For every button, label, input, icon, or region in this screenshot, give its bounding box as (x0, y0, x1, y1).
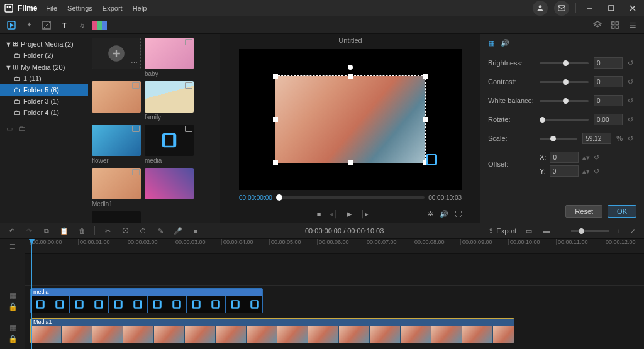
ok-button[interactable]: OK (608, 205, 636, 218)
track-1-header[interactable]: ▦🔒 (0, 285, 25, 318)
preview-canvas[interactable] (239, 49, 462, 190)
video-track-2[interactable]: Media1 (25, 316, 644, 346)
track-2-header[interactable]: ▦🔒 (0, 318, 25, 350)
handle-bm[interactable] (348, 160, 353, 165)
settings-icon[interactable]: ✲ (428, 210, 433, 218)
folder-add-icon[interactable]: 🗀 (19, 125, 26, 133)
tree-project-media[interactable]: ▼⊞ Project Media (2) (0, 38, 88, 50)
zoom-in[interactable]: + (616, 227, 620, 235)
prev-frame-button[interactable]: ◂│ (330, 210, 338, 218)
tab-transitions[interactable] (40, 19, 53, 31)
offset-y-value[interactable]: 0 (550, 165, 579, 177)
tree-folder5[interactable]: 🗀 Folder 5 (8) (0, 84, 88, 96)
offset-y-reset[interactable]: ↺ (594, 167, 602, 175)
minimize-button[interactable] (582, 1, 597, 16)
view-mode-1[interactable]: ▭ (524, 226, 534, 236)
timeline-clip-media[interactable]: media (30, 288, 263, 313)
media-thumb-baby[interactable]: baby (145, 38, 194, 77)
scale-value[interactable]: 59.12 (582, 133, 611, 144)
media-thumb-flower[interactable]: flower (92, 125, 141, 164)
undo-button[interactable]: ↶ (6, 226, 16, 236)
menu-settings[interactable]: Settings (67, 4, 92, 12)
tab-audio[interactable]: ♫ (75, 19, 88, 31)
tab-color[interactable] (93, 19, 106, 31)
handle-tr[interactable] (423, 74, 428, 79)
wb-slider[interactable] (540, 100, 589, 102)
paste-button[interactable]: 📋 (59, 226, 69, 236)
seek-thumb[interactable] (276, 194, 282, 201)
mail-icon[interactable] (554, 1, 569, 16)
speed-button[interactable]: ⏱ (138, 226, 148, 236)
handle-tl[interactable] (273, 74, 278, 79)
brightness-value[interactable]: 0 (594, 57, 623, 69)
view-mode-2[interactable]: ▬ (541, 226, 552, 236)
card-icon[interactable]: ▭ (6, 125, 13, 133)
scale-reset[interactable]: ↺ (628, 135, 636, 143)
contrast-reset[interactable]: ↺ (628, 78, 636, 86)
menu-file[interactable]: File (46, 4, 57, 12)
color-button[interactable]: ✎ (155, 226, 165, 236)
media-thumb-2[interactable] (92, 81, 141, 121)
tree-my-media[interactable]: ▼⊞ My Media (20) (0, 61, 88, 73)
contrast-slider[interactable] (540, 81, 589, 83)
zoom-slider[interactable] (571, 230, 609, 232)
menu-help[interactable]: Help (133, 4, 147, 12)
handle-tm[interactable] (348, 74, 353, 79)
zoom-out[interactable]: − (559, 227, 563, 235)
camera-button[interactable]: ■ (191, 226, 201, 236)
fit-button[interactable]: ⤢ (628, 226, 638, 236)
tab-text[interactable]: T (58, 19, 70, 31)
handle-mr[interactable] (423, 117, 428, 122)
menu-export[interactable]: Export (103, 4, 123, 12)
mic-button[interactable]: 🎤 (173, 226, 183, 236)
layers-icon[interactable] (591, 19, 604, 31)
stop-button[interactable]: ■ (317, 210, 321, 218)
close-button[interactable] (625, 1, 640, 16)
film-icon[interactable] (424, 152, 439, 167)
media-thumb-7[interactable] (145, 168, 194, 208)
volume-icon[interactable]: 🔊 (440, 210, 448, 218)
props-tab-video[interactable]: ▦ (488, 39, 494, 47)
timeline-menu-icon[interactable]: ☰ (0, 239, 25, 254)
time-ruler[interactable]: 00:00:00:00 00:00:01:00 00:00:02:00 00:0… (25, 239, 644, 254)
timeline-clip-media1[interactable]: Media1 (30, 318, 514, 343)
seek-track[interactable] (276, 196, 425, 199)
timeline-body[interactable]: 00:00:00:00 00:00:01:00 00:00:02:00 00:0… (25, 239, 644, 349)
copy-button[interactable]: ⧉ (42, 226, 52, 236)
reset-button[interactable]: Reset (565, 205, 602, 218)
account-icon[interactable] (533, 1, 548, 16)
playhead[interactable] (31, 239, 32, 349)
fullscreen-icon[interactable]: ⛶ (455, 210, 462, 218)
media-thumb-media[interactable]: media (145, 125, 194, 164)
contrast-value[interactable]: 0 (594, 76, 623, 87)
tab-effects[interactable]: ✦ (23, 19, 35, 31)
tab-media[interactable] (5, 19, 18, 31)
tree-folder[interactable]: 🗀 Folder (2) (0, 50, 88, 61)
rotate-reset[interactable]: ↺ (628, 116, 636, 124)
rotate-handle[interactable] (348, 65, 353, 70)
handle-bl[interactable] (273, 160, 278, 165)
crop-button[interactable]: ⦿ (120, 226, 130, 236)
media-thumb-8[interactable] (92, 211, 141, 223)
grid-icon[interactable] (609, 19, 621, 31)
offset-x-value[interactable]: 0 (550, 152, 579, 163)
maximize-button[interactable] (604, 1, 619, 16)
video-track-1[interactable]: media (25, 285, 644, 316)
tree-folder3[interactable]: 🗀 Folder 3 (1) (0, 96, 88, 107)
props-tab-audio[interactable]: 🔊 (501, 39, 509, 47)
media-thumb-family[interactable]: family (145, 81, 194, 121)
media-thumb-media1[interactable]: Media1 (92, 168, 141, 208)
handle-ml[interactable] (273, 117, 278, 122)
scale-slider[interactable] (540, 138, 577, 140)
tree-1[interactable]: 🗀 1 (11) (0, 73, 88, 84)
rotate-slider[interactable] (540, 119, 589, 121)
list-icon[interactable] (626, 19, 639, 31)
add-media-button[interactable]: ⋯ (92, 38, 141, 77)
play-button[interactable]: ▶ (347, 210, 352, 218)
brightness-slider[interactable] (540, 62, 589, 64)
delete-button[interactable]: 🗑 (77, 226, 87, 236)
timeline-export-button[interactable]: ⇪Export (488, 227, 516, 235)
split-button[interactable]: ✂ (103, 226, 113, 236)
offset-x-reset[interactable]: ↺ (594, 153, 602, 162)
redo-button[interactable]: ↷ (24, 226, 34, 236)
